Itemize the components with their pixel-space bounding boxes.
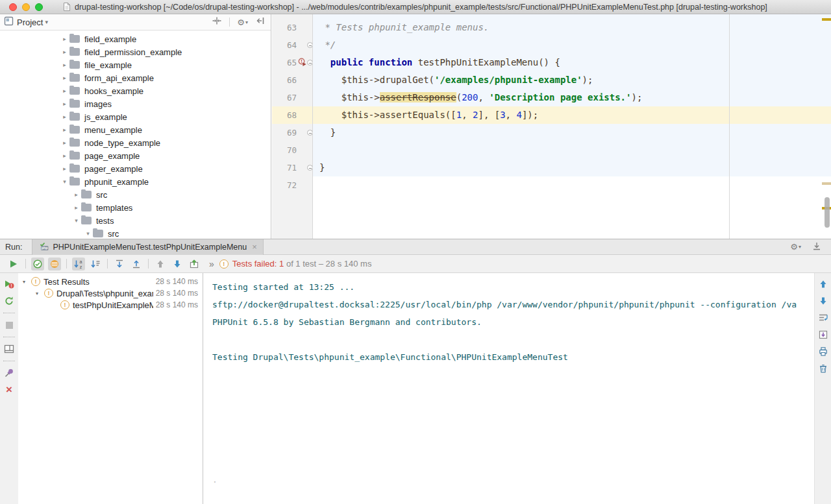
sort-alphabetically-toggle[interactable]: az bbox=[72, 258, 85, 270]
show-passed-toggle[interactable] bbox=[31, 258, 44, 270]
rerun-failed-tests-icon[interactable]: ! bbox=[4, 279, 14, 289]
expand-caret-icon[interactable]: ▸ bbox=[60, 139, 69, 146]
tree-item-page-example[interactable]: ▸page_example bbox=[0, 149, 271, 162]
expand-caret-icon[interactable]: ▸ bbox=[60, 101, 69, 107]
collapse-caret-icon[interactable]: ▾ bbox=[83, 230, 93, 237]
warning-icon: ! bbox=[31, 277, 40, 286]
test-tree-class-row[interactable]: ▾ ! Drupal\Tests\phpunit_example\Functio… bbox=[18, 287, 203, 299]
close-panel-icon[interactable]: × bbox=[4, 385, 14, 395]
window-title: drupal-testing-workshop [~/Code/os/drupa… bbox=[75, 3, 767, 12]
tree-item-hooks-example[interactable]: ▸hooks_example bbox=[0, 84, 271, 97]
collapse-caret-icon[interactable]: ▾ bbox=[71, 217, 81, 224]
code-line[interactable]: 69 } bbox=[272, 124, 831, 141]
tree-item-file-example[interactable]: ▸file_example bbox=[0, 58, 271, 71]
rerun-icon[interactable] bbox=[4, 296, 14, 306]
gutter-border bbox=[312, 14, 313, 239]
tree-item-tests-src[interactable]: ▾src bbox=[0, 227, 271, 239]
tree-item-js-example[interactable]: ▸js_example bbox=[0, 110, 271, 123]
folder-icon bbox=[69, 152, 80, 160]
hide-panel-icon[interactable] bbox=[255, 16, 266, 29]
code-line[interactable]: 63 * Tests phpunit_example menus. bbox=[272, 19, 831, 36]
expand-caret-icon[interactable]: ▸ bbox=[60, 114, 69, 120]
tree-item-src[interactable]: ▸src bbox=[0, 188, 271, 201]
test-tree-method-row[interactable]: ! testPhpUnitExampleMenu 28 s 140 ms bbox=[18, 299, 203, 311]
tree-item-node-type-example[interactable]: ▸node_type_example bbox=[0, 136, 271, 149]
expand-caret-icon[interactable]: ▸ bbox=[60, 126, 69, 133]
collapse-caret-icon[interactable]: ▾ bbox=[23, 279, 31, 285]
test-output-console[interactable]: Testing started at 13:25 ... sftp://dock… bbox=[204, 273, 814, 504]
tree-item-phpunit-example[interactable]: ▾phpunit_example bbox=[0, 175, 271, 188]
expand-all-button[interactable] bbox=[113, 258, 126, 270]
folder-icon bbox=[69, 139, 80, 147]
rerun-tests-button[interactable] bbox=[7, 258, 20, 270]
expand-caret-icon[interactable]: ▸ bbox=[60, 75, 69, 81]
test-results-tree: ▾ ! Test Results 28 s 140 ms ▾ ! Drupal\… bbox=[18, 273, 203, 504]
expand-caret-icon[interactable]: ▸ bbox=[60, 36, 69, 42]
expand-caret-icon[interactable]: ▸ bbox=[71, 191, 81, 198]
code-line[interactable]: 67 $this->assertResponse(200, 'Descripti… bbox=[272, 89, 831, 106]
print-icon[interactable] bbox=[818, 346, 828, 357]
minimize-window-button[interactable] bbox=[22, 3, 30, 11]
stop-icon[interactable] bbox=[4, 320, 14, 330]
code-line[interactable]: 71 } bbox=[272, 159, 831, 176]
previous-failed-test-button[interactable] bbox=[154, 258, 167, 270]
test-failed-gutter-icon[interactable]: ! bbox=[298, 57, 306, 69]
scroll-to-end-icon[interactable] bbox=[818, 330, 828, 340]
tree-item-form-api-example[interactable]: ▸form_api_example bbox=[0, 71, 271, 84]
collapse-caret-icon[interactable]: ▾ bbox=[60, 178, 69, 185]
next-failed-test-button[interactable] bbox=[171, 258, 184, 270]
run-settings-gear-icon[interactable]: ⚙▾ bbox=[790, 242, 801, 252]
svg-text:z: z bbox=[80, 264, 82, 269]
warning-stripe-mark[interactable] bbox=[822, 18, 831, 21]
code-line[interactable]: 70 bbox=[272, 141, 831, 159]
up-stack-trace-icon[interactable] bbox=[818, 279, 828, 289]
zoom-window-button[interactable] bbox=[35, 3, 43, 11]
expand-caret-icon[interactable]: ▸ bbox=[60, 165, 69, 172]
hide-run-panel-icon[interactable] bbox=[812, 241, 822, 254]
code-editor[interactable]: 63 * Tests phpunit_example menus. 64 */ … bbox=[272, 14, 831, 239]
pin-tab-icon[interactable] bbox=[4, 368, 14, 378]
project-view-dropdown-caret[interactable]: ▾ bbox=[45, 19, 48, 25]
collapse-caret-icon[interactable]: ▾ bbox=[36, 291, 44, 296]
test-history-button[interactable] bbox=[188, 258, 201, 270]
close-tab-icon[interactable]: × bbox=[252, 242, 257, 252]
close-window-button[interactable] bbox=[9, 3, 17, 11]
code-line-current[interactable]: 68 $this->assertEquals([1, 2], [3, 4]); bbox=[272, 106, 831, 124]
editor-scrollbar[interactable] bbox=[822, 14, 831, 239]
right-margin-line bbox=[729, 14, 730, 239]
scrollbar-thumb[interactable] bbox=[825, 197, 830, 228]
code-line[interactable]: 66 $this->drupalGet('/examples/phpunit-e… bbox=[272, 71, 831, 89]
tree-item-menu-example[interactable]: ▸menu_example bbox=[0, 123, 271, 136]
soft-wrap-icon[interactable] bbox=[818, 313, 828, 323]
code-line[interactable]: 72 bbox=[272, 176, 831, 194]
code-line[interactable]: 64 */ bbox=[272, 36, 831, 54]
tree-item-tests[interactable]: ▾tests bbox=[0, 214, 271, 227]
folder-icon bbox=[69, 113, 80, 121]
tree-item-field-example[interactable]: ▸field_example bbox=[0, 32, 271, 45]
run-configuration-tab[interactable]: php PHPUnitExampleMenuTest.testPhpUnitEx… bbox=[32, 239, 263, 255]
clear-all-icon[interactable] bbox=[818, 363, 828, 374]
svg-text:!: ! bbox=[10, 283, 12, 288]
folder-icon bbox=[69, 87, 80, 95]
restore-layout-icon[interactable] bbox=[4, 344, 14, 354]
locate-file-icon[interactable] bbox=[212, 16, 222, 29]
expand-caret-icon[interactable]: ▸ bbox=[60, 49, 69, 55]
code-line[interactable]: 65 ! public function testPhpUnitExampleM… bbox=[272, 54, 831, 71]
expand-caret-icon[interactable]: ▸ bbox=[71, 204, 81, 211]
tree-item-pager-example[interactable]: ▸pager_example bbox=[0, 162, 271, 175]
show-ignored-toggle[interactable] bbox=[48, 258, 61, 270]
sort-by-duration-button[interactable] bbox=[89, 258, 102, 270]
gear-icon[interactable]: ⚙▾ bbox=[237, 18, 248, 27]
tree-item-images[interactable]: ▸images bbox=[0, 97, 271, 110]
test-tree-root-row[interactable]: ▾ ! Test Results 28 s 140 ms bbox=[18, 276, 203, 287]
project-panel-title[interactable]: Project bbox=[17, 18, 43, 27]
tree-item-templates[interactable]: ▸templates bbox=[0, 201, 271, 214]
warning-stripe-mark[interactable] bbox=[822, 182, 831, 185]
expand-caret-icon[interactable]: ▸ bbox=[60, 88, 69, 94]
down-stack-trace-icon[interactable] bbox=[818, 296, 828, 306]
expand-caret-icon[interactable]: ▸ bbox=[60, 62, 69, 68]
tree-item-field-permission-example[interactable]: ▸field_permission_example bbox=[0, 45, 271, 58]
expand-caret-icon[interactable]: ▸ bbox=[60, 152, 69, 159]
collapse-all-button[interactable] bbox=[130, 258, 143, 270]
more-actions-chevrons[interactable]: » bbox=[209, 259, 214, 269]
